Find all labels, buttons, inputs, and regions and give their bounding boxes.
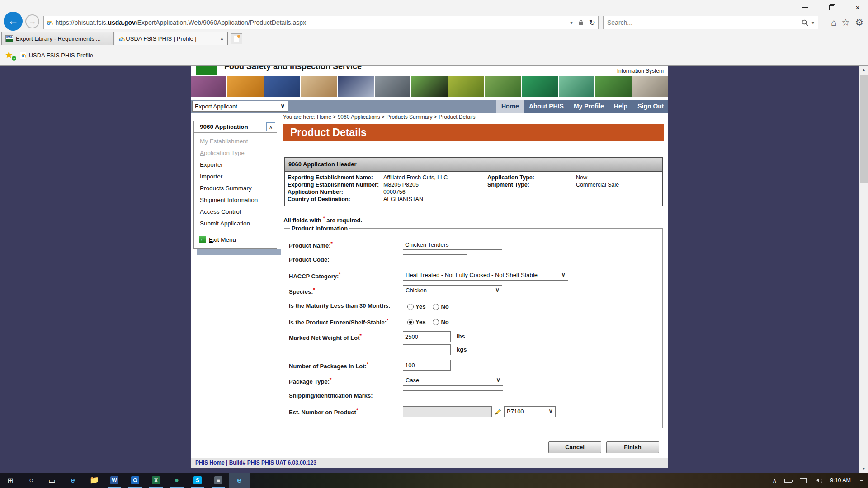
cortana-icon[interactable]: ○	[21, 473, 42, 488]
collapse-chevron-icon[interactable]: ∧	[266, 122, 275, 131]
scroll-up-icon[interactable]: ▲	[859, 66, 868, 74]
skype-icon[interactable]: S	[187, 473, 208, 488]
frozen-radio-yes[interactable]: Yes	[407, 317, 425, 327]
species-row: Species:* Chicken ∨	[289, 285, 662, 296]
search-box[interactable]: ▾	[603, 16, 818, 29]
edge-icon[interactable]: e	[62, 473, 83, 488]
frozen-radio-no[interactable]: No	[433, 317, 448, 327]
radio-circle-icon[interactable]	[433, 319, 439, 325]
tab-export-library[interactable]: USDA Export Library - Requirements ...	[1, 32, 114, 45]
sphere-app-icon[interactable]: ●	[166, 473, 187, 488]
display-icon[interactable]	[800, 478, 807, 483]
haccp-category-select[interactable]: Heat Treated - Not Fully Cooked - Not Sh…	[403, 270, 568, 281]
field-label: Is the Maturity Less than 30 Months:	[289, 300, 407, 312]
tab-close-icon[interactable]: ×	[220, 35, 224, 42]
search-icon[interactable]	[802, 19, 808, 26]
start-icon[interactable]: ⊞	[0, 473, 21, 488]
banner-photo-1	[191, 76, 226, 97]
address-bar[interactable]: e https://phisuat.fsis.usda.gov/ExportAp…	[43, 16, 599, 29]
scroll-down-icon[interactable]: ▼	[859, 465, 868, 473]
breadcrumb-link-products-summary[interactable]: Products Summary	[386, 114, 432, 120]
product-code-input[interactable]	[403, 254, 467, 265]
clock[interactable]: 9:10 AM	[830, 477, 851, 483]
breadcrumb-prefix: You are here:	[283, 114, 317, 120]
species-select[interactable]: Chicken ∨	[403, 285, 502, 296]
shipping-marks-input[interactable]	[403, 390, 503, 401]
nav-item-about-phis[interactable]: About PHIS	[524, 100, 569, 113]
notes-app-icon-glyph: ≡	[214, 476, 222, 484]
favorites-bar: ★→ e USDA FSIS PHIS Profile	[0, 45, 868, 65]
nav-item-my-profile[interactable]: My Profile	[569, 100, 609, 113]
field-label: Shipping/Identification Marks:	[289, 390, 403, 402]
scrollbar-thumb[interactable]	[860, 75, 868, 183]
sidebar-item-shipment-information[interactable]: Shipment Information	[200, 197, 258, 203]
nav-item-sign-out[interactable]: Sign Out	[632, 100, 669, 113]
site-nav-bar: Export Applicant ∨ HomeAbout PHISMy Prof…	[191, 100, 668, 113]
tray-expand-chevron-icon[interactable]: ∧	[773, 477, 777, 484]
packages-input[interactable]	[403, 360, 451, 371]
package-type-select[interactable]: Case ∨	[403, 375, 503, 386]
sidebar-header: 9060 Application ∧	[194, 121, 277, 133]
nav-item-home[interactable]: Home	[496, 100, 524, 113]
system-tray: ∧ 9:10 AM	[773, 473, 865, 488]
tab-usda-fsis-phis[interactable]: e USDA FSIS PHIS | Profile | ×	[115, 32, 228, 45]
sidebar-item-access-control[interactable]: Access Control	[200, 208, 241, 215]
radio-circle-icon[interactable]	[407, 304, 414, 310]
sidebar-item-submit-application[interactable]: Submit Application	[200, 220, 250, 227]
skype-icon-glyph: S	[193, 476, 202, 484]
breadcrumb-link-home[interactable]: Home	[317, 114, 331, 120]
settings-gear-icon[interactable]: ⚙	[855, 17, 863, 28]
sidebar-item-exporter[interactable]: Exporter	[200, 161, 223, 168]
radio-circle-icon[interactable]	[433, 304, 439, 310]
task-view-icon[interactable]: ▭	[42, 473, 62, 488]
sidebar-item-products-summary[interactable]: Products Summary	[200, 185, 252, 192]
role-selector-dropdown[interactable]: Export Applicant ∨	[192, 101, 288, 112]
edit-pencil-icon[interactable]	[495, 408, 501, 415]
nav-item-help[interactable]: Help	[609, 100, 632, 113]
est-number-select[interactable]: P7100 ∨	[504, 406, 556, 417]
footer-build-link[interactable]: PHIS Home | Build# PHIS PHIS UAT 6.03.00…	[195, 460, 316, 466]
maturity-radio-no[interactable]: No	[433, 301, 448, 312]
application-header-title: 9060 Application Header	[285, 158, 662, 172]
search-input[interactable]	[607, 19, 802, 26]
net-weight-kgs-input[interactable]	[403, 344, 451, 355]
forward-button[interactable]: →	[25, 14, 39, 28]
file-explorer-icon[interactable]: 📁	[83, 473, 104, 488]
sidebar-item-exit-menu[interactable]: ← Exit Menu	[199, 236, 236, 243]
notes-app-icon[interactable]: ≡	[208, 473, 229, 488]
field-label	[289, 344, 403, 356]
radio-circle-icon[interactable]	[407, 319, 414, 325]
add-favorite-icon[interactable]: ★→	[5, 49, 14, 61]
notifications-icon[interactable]	[859, 478, 865, 483]
battery-icon[interactable]	[784, 479, 792, 483]
header-field-application-number-label: Application Number:	[288, 189, 383, 195]
excel-icon[interactable]: X	[146, 473, 166, 488]
product-name-input[interactable]	[403, 239, 502, 250]
outlook-icon[interactable]: O	[125, 473, 146, 488]
species-value: Chicken	[406, 287, 427, 294]
net-weight-lbs-input[interactable]	[403, 331, 451, 342]
word-icon[interactable]: W	[104, 473, 125, 488]
volume-icon[interactable]	[814, 478, 822, 483]
favorites-star-icon[interactable]: ☆	[841, 17, 850, 28]
lock-icon	[578, 19, 584, 26]
url-dropdown-icon[interactable]: ▾	[570, 20, 573, 26]
ie-icon[interactable]: e	[229, 473, 250, 488]
role-selector-value: Export Applicant	[195, 103, 237, 110]
search-dropdown-icon[interactable]: ▾	[811, 20, 814, 26]
home-icon[interactable]: ⌂	[831, 17, 837, 28]
chevron-down-icon: ∨	[280, 103, 285, 109]
finish-button[interactable]: Finish	[606, 441, 659, 453]
back-button[interactable]: ←	[4, 12, 23, 31]
sidebar-item-importer[interactable]: Importer	[200, 173, 222, 180]
exit-back-arrow-icon: ←	[199, 236, 206, 243]
favorite-link[interactable]: USDA FSIS PHIS Profile	[29, 52, 93, 59]
ie-favicon: e	[119, 35, 123, 42]
refresh-icon[interactable]: ↻	[589, 18, 595, 28]
maturity-radio-yes[interactable]: Yes	[407, 301, 425, 312]
new-tab-button[interactable]	[231, 33, 242, 44]
vertical-scrollbar[interactable]: ▲ ▼	[859, 66, 868, 473]
breadcrumb-link-9060-applications[interactable]: 9060 Applications	[338, 114, 380, 120]
cancel-button[interactable]: Cancel	[548, 441, 601, 453]
kgs-unit-label: kgs	[457, 344, 467, 356]
